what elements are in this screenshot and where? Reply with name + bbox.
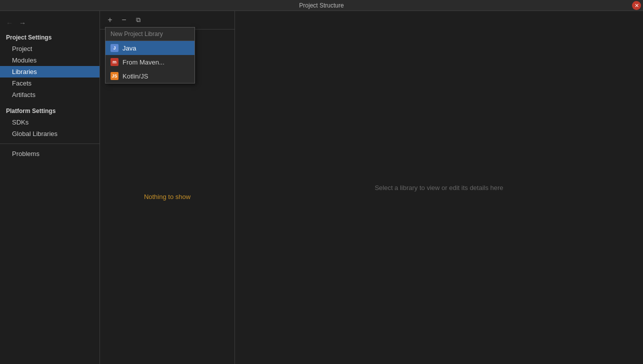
new-project-library-dropdown: New Project Library J Java m From Maven.… bbox=[105, 27, 195, 84]
remove-button[interactable]: − bbox=[118, 14, 130, 26]
back-button[interactable]: ← bbox=[4, 18, 15, 28]
close-button[interactable]: ✕ bbox=[632, 1, 641, 10]
window-title: Project Structure bbox=[299, 2, 344, 9]
sidebar-item-libraries[interactable]: Libraries bbox=[0, 66, 100, 78]
sidebar-item-sdks[interactable]: SDKs bbox=[0, 116, 100, 128]
java-icon: J bbox=[110, 44, 118, 52]
right-panel: Select a library to view or edit its det… bbox=[235, 11, 643, 364]
sidebar-item-facets[interactable]: Facets bbox=[0, 78, 100, 89]
copy-button[interactable]: ⧉ bbox=[132, 14, 144, 26]
dropdown-item-maven[interactable]: m From Maven... bbox=[106, 55, 194, 69]
dropdown-item-java[interactable]: J Java bbox=[106, 41, 194, 55]
sidebar-item-modules[interactable]: Modules bbox=[0, 54, 100, 66]
sidebar: ← → Project Settings Project Modules Lib… bbox=[0, 11, 100, 364]
sidebar-item-problems[interactable]: Problems bbox=[0, 148, 100, 160]
nothing-to-show-label: Nothing to show bbox=[144, 193, 190, 200]
maven-icon: m bbox=[110, 58, 118, 66]
dropdown-header: New Project Library bbox=[106, 28, 194, 41]
sidebar-item-artifacts[interactable]: Artifacts bbox=[0, 89, 100, 100]
forward-button[interactable]: → bbox=[17, 18, 28, 28]
sidebar-item-project[interactable]: Project bbox=[0, 43, 100, 54]
dropdown-item-kotlin[interactable]: JS Kotlin/JS bbox=[106, 69, 194, 83]
sidebar-item-global-libraries[interactable]: Global Libraries bbox=[0, 128, 100, 140]
nav-arrows: ← → bbox=[0, 15, 100, 31]
platform-settings-header: Platform Settings bbox=[0, 104, 100, 116]
sidebar-divider bbox=[0, 144, 100, 144]
add-button[interactable]: + bbox=[104, 14, 116, 26]
select-library-hint: Select a library to view or edit its det… bbox=[374, 184, 503, 192]
kotlin-icon: JS bbox=[110, 72, 118, 80]
main-layout: ← → Project Settings Project Modules Lib… bbox=[0, 11, 643, 364]
title-bar: Project Structure ✕ bbox=[0, 0, 643, 11]
project-settings-header: Project Settings bbox=[0, 31, 100, 43]
